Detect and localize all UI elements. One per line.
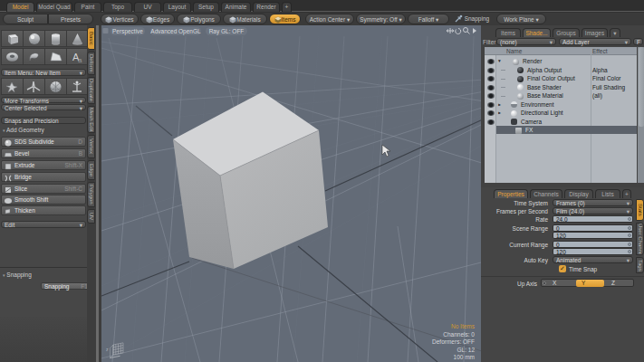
svg-text:Advanced OpenGL: Advanced OpenGL — [150, 28, 201, 35]
svg-text:Deformers: OFF: Deformers: OFF — [432, 338, 475, 345]
svg-text:Channels: 0: Channels: 0 — [443, 331, 475, 338]
svg-text:GL: 12: GL: 12 — [457, 347, 475, 353]
svg-text:Perspective: Perspective — [112, 28, 143, 35]
svg-text:No Items: No Items — [451, 323, 476, 329]
svg-text:100 mm: 100 mm — [454, 354, 475, 360]
svg-text:Ray GL: OFF: Ray GL: OFF — [209, 28, 245, 35]
svg-text:a: a — [78, 56, 82, 64]
